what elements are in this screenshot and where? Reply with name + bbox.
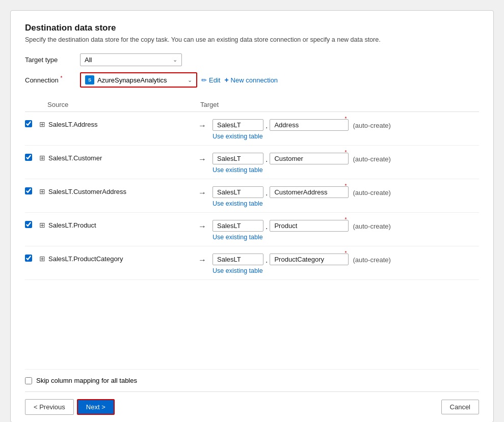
row-checkbox-3[interactable] [25,220,39,230]
table-input-4[interactable] [270,254,349,265]
target-inputs-1: . * (auto-create) [213,153,391,164]
footer-left: < Previous Next > [25,399,115,415]
target-inputs-2: . * (auto-create) [213,186,391,198]
table-icon-0: ⊞ [39,120,45,128]
table-input-0[interactable] [270,119,349,131]
dot-sep-0: . [266,120,268,130]
row-source-1: ⊞ SalesLT.Customer [39,153,192,162]
row-source-3: ⊞ SalesLT.Product [39,220,192,229]
row-source-0: ⊞ SalesLT.Address [39,119,192,128]
source-header: Source [47,101,200,108]
row-checkbox-4[interactable] [25,254,39,263]
dot-sep-1: . [266,154,268,164]
table-row: ⊞ SalesLT.Address → . * (auto-create) Us… [25,112,479,146]
checkbox-0[interactable] [25,120,32,127]
skip-label: Skip column mapping for all tables [36,377,137,384]
schema-input-2[interactable] [213,186,263,198]
use-existing-2[interactable]: Use existing table [213,200,391,207]
pencil-icon: ✏ [201,76,207,84]
row-checkbox-0[interactable] [25,119,39,129]
table-row: ⊞ SalesLT.CustomerAddress → . * (auto-cr… [25,179,479,213]
table-icon-3: ⊞ [39,221,45,229]
schema-input-3[interactable] [213,220,263,232]
schema-field-4 [213,254,263,265]
use-existing-4[interactable]: Use existing table [213,267,391,274]
table-header: Source Target [25,98,479,112]
schema-input-1[interactable] [213,153,263,164]
edit-button[interactable]: ✏ Edit [201,76,220,84]
row-source-2: ⊞ SalesLT.CustomerAddress [39,186,192,195]
checkbox-4[interactable] [25,255,32,262]
table-input-3[interactable] [270,220,349,232]
use-existing-3[interactable]: Use existing table [213,234,391,241]
target-type-select[interactable]: All ⌄ [80,53,182,66]
new-connection-button[interactable]: + New connection [224,76,278,84]
use-existing-1[interactable]: Use existing table [213,166,391,174]
source-name-4: SalesLT.ProductCategory [48,255,123,263]
target-type-label: Target type [25,56,76,64]
table-body: ⊞ SalesLT.Address → . * (auto-create) Us… [25,112,479,369]
schema-field-0 [213,119,263,131]
row-checkbox-2[interactable] [25,186,39,196]
arrow-3: → [192,220,213,231]
source-name-1: SalesLT.Customer [48,154,102,162]
table-field-3: * [270,220,349,232]
destination-data-store-dialog: Destination data store Specify the desti… [10,10,494,422]
row-checkbox-1[interactable] [25,153,39,162]
target-inputs-4: . * (auto-create) [213,254,391,265]
plus-icon: + [224,76,228,84]
checkbox-1[interactable] [25,154,32,161]
schema-field-2 [213,186,263,198]
arrow-2: → [192,186,213,198]
table-input-2[interactable] [270,186,349,198]
connection-row: Connection * S AzureSynapseAnalytics ⌄ ✏… [25,72,479,88]
source-name-0: SalesLT.Address [48,121,98,128]
schema-input-4[interactable] [213,254,263,265]
connection-select[interactable]: S AzureSynapseAnalytics ⌄ [80,72,197,88]
target-inputs-0: . * (auto-create) [213,119,391,131]
auto-create-0: (auto-create) [353,121,390,129]
table-icon-1: ⊞ [39,154,45,162]
row-target-0: . * (auto-create) Use existing table [213,119,391,140]
row-target-4: . * (auto-create) Use existing table [213,254,391,274]
footer-right: Cancel [441,400,479,414]
source-name-2: SalesLT.CustomerAddress [48,188,126,195]
checkbox-3[interactable] [25,221,32,228]
schema-field-1 [213,153,263,164]
table-field-0: * [270,119,349,131]
source-name-3: SalesLT.Product [48,221,96,229]
table-field-1: * [270,153,349,164]
dot-sep-4: . [266,255,268,265]
cancel-button[interactable]: Cancel [441,400,479,414]
footer: < Previous Next > Cancel [25,391,479,422]
dot-sep-3: . [266,221,268,231]
db-icon: S [85,75,94,85]
row-target-2: . * (auto-create) Use existing table [213,186,391,207]
row-source-4: ⊞ SalesLT.ProductCategory [39,254,192,263]
table-row: ⊞ SalesLT.Customer → . * (auto-create) U… [25,146,479,179]
auto-create-4: (auto-create) [353,255,390,264]
table-input-1[interactable] [270,153,349,164]
table-row: ⊞ SalesLT.Product → . * (auto-create) Us… [25,213,479,246]
chevron-down-icon: ⌄ [173,57,177,63]
arrow-1: → [192,153,213,164]
table-field-2: * [270,186,349,198]
next-button[interactable]: Next > [77,399,115,415]
target-inputs-3: . * (auto-create) [213,220,391,232]
target-type-value: All [85,56,92,64]
schema-input-0[interactable] [213,119,263,131]
auto-create-3: (auto-create) [353,221,390,230]
previous-button[interactable]: < Previous [25,399,74,415]
chevron-down-icon: ⌄ [188,77,192,83]
checkbox-2[interactable] [25,187,32,194]
skip-row: Skip column mapping for all tables [25,369,479,391]
connection-value: AzureSynapseAnalytics [97,76,167,84]
row-target-1: . * (auto-create) Use existing table [213,153,391,174]
arrow-4: → [192,254,213,265]
row-target-3: . * (auto-create) Use existing table [213,220,391,241]
skip-checkbox[interactable] [25,377,32,384]
dialog-title: Destination data store [25,23,479,33]
use-existing-0[interactable]: Use existing table [213,133,391,140]
auto-create-2: (auto-create) [353,188,390,196]
dot-sep-2: . [266,187,268,198]
